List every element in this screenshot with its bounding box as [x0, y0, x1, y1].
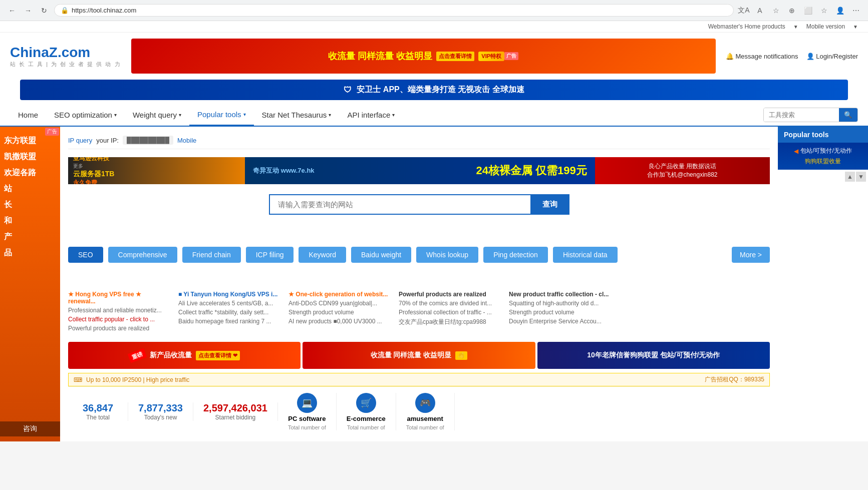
stat-starnet-num: 2,597,426,031 [203, 402, 267, 414]
tool-btn-comprehensive[interactable]: Comprehensive [108, 247, 177, 263]
sidebar-consult-btn[interactable]: 咨询 [0, 421, 60, 436]
tool-btn-friend-chain[interactable]: Friend chain [182, 247, 241, 263]
tool-btn-more[interactable]: More > [732, 247, 770, 263]
mobile-dropdown-icon[interactable]: ▼ [853, 24, 858, 30]
right-collect-banner[interactable]: ◀ 包站/可预付/无动作 狗狗联盟收量 [778, 143, 868, 170]
reader-icon[interactable]: A [754, 5, 766, 17]
message-btn[interactable]: 🔔 Message notifications [726, 53, 798, 60]
ad4-title[interactable]: Powerful products are realized [399, 291, 499, 298]
top-bar: Webmaster's Home products ▼ Mobile versi… [0, 21, 868, 33]
ad1-promo: 云服务器1TB [73, 170, 114, 179]
stat-pc-sub: Total number of [288, 424, 326, 430]
vip-badge: VIP特权 [478, 52, 504, 61]
nav-search-container: 🔍 [763, 108, 858, 122]
stats-row: 36,847 The total 7,877,333 Today's new 2… [68, 386, 770, 436]
bottom-banner-1[interactable]: 重磅 新产品收流量 点击查看详情 ❤ [68, 342, 301, 369]
bb1-detail: 点击查看详情 ❤ [196, 351, 240, 360]
stat-pc: 💻 PC software Total number of [278, 393, 337, 430]
ad-banner-3[interactable]: 良心产品收量 用数据说话合作加飞机@chengxin882 [595, 157, 770, 184]
main-search-input[interactable] [269, 194, 530, 215]
nav-seo[interactable]: SEO optimization ▾ [46, 105, 125, 125]
tool-btn-keyword[interactable]: Keyword [299, 247, 346, 263]
mobile-menu[interactable]: Mobile version [806, 23, 845, 30]
ad-banner-1[interactable]: 亚马逊云科技 更多 云服务器1TB 永久免费 [68, 157, 245, 184]
scroll-up-btn[interactable]: ▲ [845, 172, 855, 182]
ad3-title[interactable]: ★ One-click generation of websit... [288, 291, 389, 298]
ad1-desc1: Professional and reliable monetiz... [68, 307, 168, 314]
ad5-title[interactable]: New product traffic collection - cl... [509, 291, 609, 298]
main-search-btn[interactable]: 查询 [530, 194, 569, 215]
new-tag: 重磅 [128, 348, 147, 362]
ad-banner-2[interactable]: 奇异互动 www.7e.hk 24核裸金属 仅需199元 [245, 157, 595, 184]
bell-icon: 🔔 [726, 53, 734, 60]
search-input-container: 查询 [269, 194, 569, 215]
profile-icon[interactable]: 👤 [834, 5, 846, 17]
ad2-brand: 奇异互动 www.7e.hk [253, 166, 314, 175]
back-btn[interactable]: ← [6, 5, 18, 17]
tool-btn-historical[interactable]: Historical data [553, 247, 618, 263]
tool-buttons: SEO Comprehensive Friend chain ICP filin… [68, 225, 770, 285]
bottom-banners: 重磅 新产品收流量 点击查看详情 ❤ 收流量 同样流量 收益明显 👋 10年老牌… [68, 342, 770, 369]
tool-btn-ping[interactable]: Ping detection [483, 247, 548, 263]
ad3-desc3: AI new products ■0,000 UV3000 ... [288, 318, 389, 325]
header-banner[interactable]: 收流量 同样流量 收益明显 点击查看详情 VIP特权 广告 [131, 39, 716, 74]
refresh-btn[interactable]: ↻ [38, 5, 50, 17]
ad4-desc2: Professional collection of traffic - ... [399, 309, 499, 316]
login-btn[interactable]: 👤 Login/Register [806, 53, 858, 60]
ip-query-link[interactable]: IP query [68, 137, 92, 144]
stat-total-num: 36,847 [83, 402, 113, 414]
forward-btn[interactable]: → [22, 5, 34, 17]
stat-ecom-sub: Total number of [347, 424, 385, 430]
header-right: 🔔 Message notifications 👤 Login/Register [726, 53, 858, 60]
ad2-title[interactable]: ■ Yi Tanyun Hong Kong/US VPS i... [178, 291, 278, 298]
favorites-icon[interactable]: ☆ [770, 5, 782, 17]
logo-sub: 站 长 工 具 | 为 创 业 者 提 供 动 力 [10, 61, 121, 68]
bottom-banner-3[interactable]: 10年老牌信誉狗狗联盟 包站/可预付/无动作 [537, 342, 770, 369]
stat-starnet-label: Starnet bidding [215, 414, 256, 421]
nav-starnet[interactable]: Star Net Thesaurus ▾ [254, 105, 340, 125]
ad-link-2: ■ Yi Tanyun Hong Kong/US VPS i... Ali Li… [178, 291, 278, 332]
nav-api[interactable]: API interface ▾ [339, 105, 403, 125]
user-icon: 👤 [806, 53, 814, 60]
lock-icon: 🔒 [61, 7, 69, 14]
extensions-icon[interactable]: ⊕ [786, 5, 798, 17]
logo-brand[interactable]: ChinaZ.com [10, 45, 121, 61]
tool-btn-whois[interactable]: Whois lookup [416, 247, 478, 263]
ad-link-1: ★ Hong Kong VPS free ★ renewal... Profes… [68, 291, 168, 332]
tool-btn-icp[interactable]: ICP filing [246, 247, 294, 263]
nav-home[interactable]: Home [10, 105, 46, 125]
header-ad-tag: 广告 [504, 52, 518, 60]
ad3-desc1: Anti-DDoS CDN99 yuan|global|... [288, 300, 389, 307]
bottom-banner-2[interactable]: 收流量 同样流量 收益明显 👋 [303, 342, 535, 369]
nav-search-input[interactable] [764, 108, 839, 122]
nav-weight[interactable]: Weight query ▾ [125, 105, 189, 125]
sidebar-line2: 凯撒联盟 [4, 149, 56, 165]
left-sidebar[interactable]: 广告 东方联盟 凯撒联盟 欢迎各路 站 长 和 产 品 咨询 [0, 127, 60, 441]
nav-search-btn[interactable]: 🔍 [839, 108, 857, 122]
translate-icon[interactable]: 文A [738, 5, 750, 17]
login-label[interactable]: Login/Register [816, 53, 858, 60]
shield-icon: 🛡 [344, 86, 352, 95]
pc-icon: 💻 [297, 393, 317, 413]
scroll-down-btn[interactable]: ▼ [856, 172, 866, 182]
menu-icon[interactable]: ⋯ [850, 5, 862, 17]
split-icon[interactable]: ⬜ [802, 5, 814, 17]
ad1-title[interactable]: ★ Hong Kong VPS free ★ renewal... [68, 291, 168, 305]
nav-popular[interactable]: Popular tools ▾ [189, 104, 254, 126]
webmaster-menu[interactable]: Webmaster's Home products [708, 23, 785, 30]
message-label[interactable]: Message notifications [736, 53, 798, 60]
url-bar[interactable]: 🔒 https://tool.chinaz.com [54, 4, 734, 17]
second-banner[interactable]: 🛡 安卫士 APP、端类量身打造 无视攻击 全球加速 [20, 80, 848, 100]
webmaster-dropdown-icon[interactable]: ▼ [793, 24, 798, 30]
stat-starnet: 2,597,426,031 Starnet bidding [193, 402, 278, 421]
mobile-link[interactable]: Mobile [177, 137, 196, 144]
banner-detail-btn[interactable]: 点击查看详情 [436, 52, 474, 61]
arrow-left-icon: ◀ [794, 148, 798, 155]
tool-btn-seo[interactable]: SEO [68, 247, 103, 263]
stat-today-num: 7,877,333 [138, 402, 183, 414]
star-icon[interactable]: ☆ [818, 5, 830, 17]
notice-bar: ⌨ Up to 10,000 IP2500 | High price traff… [68, 373, 770, 386]
tool-btn-baidu[interactable]: Baidu weight [351, 247, 411, 263]
stat-today: 7,877,333 Today's new [128, 402, 193, 421]
sidebar-line4-5: 品 [4, 245, 56, 261]
